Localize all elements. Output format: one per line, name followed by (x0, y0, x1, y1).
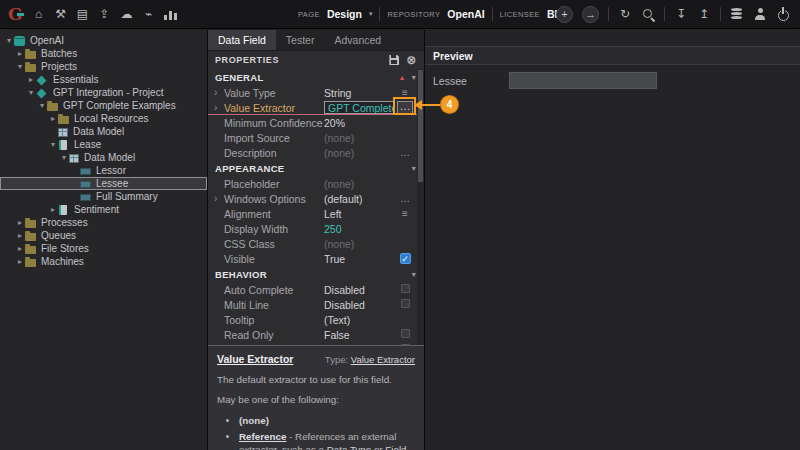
expander-icon[interactable]: › (214, 102, 224, 113)
tree-item-essentials[interactable]: ▸Essentials (0, 73, 207, 86)
tab-data-field[interactable]: Data Field (208, 30, 276, 50)
tree-item-full-summary[interactable]: Full Summary (0, 190, 207, 203)
property-row-auto-complete[interactable]: Auto CompleteDisabled (208, 282, 424, 297)
property-row-css-class[interactable]: CSS Class(none) (208, 236, 424, 251)
tree-item-processes[interactable]: ▸Processes (0, 216, 207, 229)
tree-item-data-model[interactable]: Data Model (0, 125, 207, 138)
user-icon[interactable] (753, 7, 767, 21)
tree-expand-icon[interactable]: ▸ (48, 114, 58, 123)
property-value[interactable]: (Text) (324, 314, 394, 326)
property-value[interactable]: (none) (324, 178, 394, 190)
tree-collapse-icon[interactable]: ▾ (4, 36, 14, 45)
connect-icon[interactable]: ⌁ (142, 7, 156, 21)
tree-item-local-resources[interactable]: ▸Local Resources (0, 112, 207, 125)
tree-item-lessor[interactable]: Lessor (0, 164, 207, 177)
property-value[interactable]: Disabled (324, 299, 394, 311)
property-row-read-only[interactable]: Read OnlyFalse (208, 327, 424, 342)
home-icon[interactable]: ⌂ (32, 7, 46, 21)
tree-item-gpt-integration-project[interactable]: ▾GPT Integration - Project (0, 86, 207, 99)
tree-expand-icon[interactable]: ▸ (15, 49, 25, 58)
upload-icon[interactable]: ↥ (697, 7, 711, 21)
expander-icon[interactable]: › (214, 193, 224, 204)
power-icon[interactable] (776, 7, 790, 21)
batches-icon[interactable]: ▤ (76, 7, 90, 21)
section-collapse-icon[interactable]: ▾ (412, 164, 416, 173)
tree-expand-icon[interactable]: ▸ (26, 75, 36, 84)
checkbox-icon[interactable] (401, 299, 410, 308)
stats-icon[interactable] (164, 9, 178, 20)
section-header-appearance[interactable]: APPEARANCE▾ (208, 160, 424, 176)
lessee-input[interactable] (509, 72, 657, 89)
tree-expand-icon[interactable]: ▸ (15, 218, 25, 227)
tree-collapse-icon[interactable]: ▾ (48, 140, 58, 149)
checkbox-icon[interactable] (401, 344, 410, 345)
checkbox-icon[interactable] (401, 284, 410, 293)
add-circle-icon[interactable]: + (556, 6, 573, 23)
scrollbar-thumb[interactable] (418, 70, 423, 182)
dropdown-menu-icon[interactable]: ≡ (394, 208, 416, 219)
refresh-icon[interactable]: ↻ (618, 7, 632, 21)
tree-item-file-stores[interactable]: ▸File Stores (0, 242, 207, 255)
ellipsis-button[interactable]: … (394, 193, 416, 204)
property-row-multi-line[interactable]: Multi LineDisabled (208, 297, 424, 312)
app-logo-icon[interactable]: G (8, 6, 23, 23)
checkbox-icon[interactable] (401, 329, 410, 338)
property-row-alignment[interactable]: AlignmentLeft≡ (208, 206, 424, 221)
property-value[interactable]: False (324, 344, 394, 346)
tree-collapse-icon[interactable]: ▾ (59, 153, 69, 162)
help-link[interactable]: Data Type (327, 444, 371, 450)
properties-scrollbar[interactable] (417, 69, 424, 345)
property-value[interactable]: (none) (324, 238, 394, 250)
property-row-value-extractor[interactable]: ›Value ExtractorGPT Complete… (208, 100, 424, 115)
property-value[interactable]: True (324, 253, 394, 265)
property-value[interactable]: (default) (324, 193, 394, 205)
section-header-general[interactable]: GENERAL▲▾ (208, 69, 424, 85)
property-value[interactable]: String (324, 87, 394, 99)
property-row-value-type[interactable]: ›Value TypeString≡ (208, 85, 424, 100)
tree-expand-icon[interactable]: ▸ (15, 244, 25, 253)
ellipsis-button[interactable]: … (394, 147, 416, 158)
download-icon[interactable]: ↧ (674, 7, 688, 21)
property-row-minimum-confidence[interactable]: Minimum Confidence20% (208, 115, 424, 130)
tree-expand-icon[interactable]: ▸ (48, 205, 58, 214)
save-icon[interactable] (389, 55, 399, 65)
tree-item-machines[interactable]: ▸Machines (0, 255, 207, 268)
property-value[interactable]: GPT Complete (324, 101, 394, 114)
close-icon[interactable]: ⊗ (406, 55, 417, 65)
search-icon[interactable] (641, 7, 655, 21)
property-value[interactable]: 20% (324, 117, 394, 129)
property-value[interactable]: 250 (324, 223, 394, 235)
forward-circle-icon[interactable]: → (582, 6, 599, 23)
property-row-windows-options[interactable]: ›Windows Options(default)… (208, 191, 424, 206)
database-icon[interactable] (730, 8, 744, 21)
expander-icon[interactable]: › (214, 87, 224, 98)
property-row-description[interactable]: Description(none)… (208, 145, 424, 160)
property-value[interactable]: Left (324, 208, 394, 220)
property-row-display-width[interactable]: Display Width250 (208, 221, 424, 236)
tree-item-gpt-complete-examples[interactable]: ▾GPT Complete Examples (0, 99, 207, 112)
tree-item-data-model[interactable]: ▾Data Model (0, 151, 207, 164)
property-row-visible[interactable]: VisibleTrue✓ (208, 251, 424, 266)
section-collapse-icon[interactable]: ▾ (412, 73, 416, 82)
property-value[interactable]: False (324, 329, 394, 341)
help-link[interactable]: Reference (239, 431, 286, 442)
cloud-upload-icon[interactable]: ☁ (120, 7, 134, 21)
tree-item-batches[interactable]: ▸Batches (0, 47, 207, 60)
property-value-editor[interactable]: GPT Complete (324, 101, 394, 114)
tree-item-queues[interactable]: ▸Queues (0, 229, 207, 242)
tree-expand-icon[interactable]: ▸ (15, 231, 25, 240)
tools-icon[interactable]: ⚒ (54, 7, 68, 21)
property-value[interactable]: Disabled (324, 284, 394, 296)
checkbox-checked-icon[interactable]: ✓ (400, 253, 411, 264)
property-value[interactable]: (none) (324, 132, 394, 144)
tab-advanced[interactable]: Advanced (324, 30, 391, 50)
tree-item-lease[interactable]: ▾Lease (0, 138, 207, 151)
property-value[interactable]: (none) (324, 147, 394, 159)
tree-collapse-icon[interactable]: ▾ (15, 62, 25, 71)
section-header-behavior[interactable]: BEHAVIOR▾ (208, 266, 424, 282)
tree-item-sentiment[interactable]: ▸Sentiment (0, 203, 207, 216)
property-row-import-source[interactable]: Import Source(none) (208, 130, 424, 145)
export-icon[interactable]: ⇪ (98, 7, 112, 21)
tree-item-lessee[interactable]: Lessee (0, 177, 207, 190)
page-value[interactable]: Design (327, 8, 362, 20)
